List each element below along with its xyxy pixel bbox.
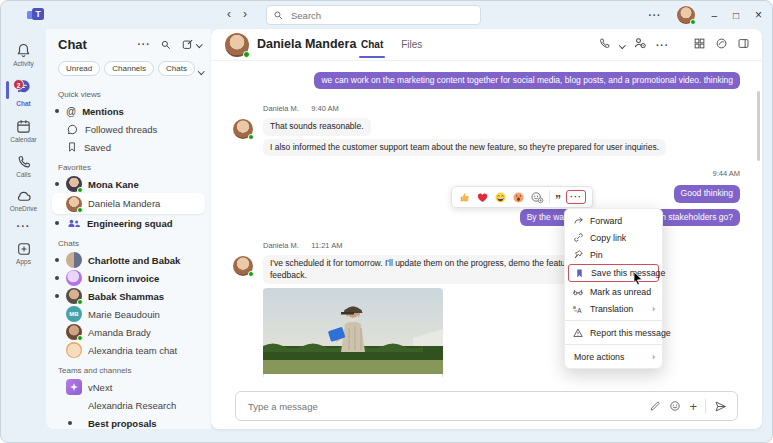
filters-collapse-icon[interactable] [199, 59, 204, 77]
avatar [66, 252, 82, 268]
group-icon [66, 216, 81, 231]
search-box[interactable] [266, 5, 481, 25]
maximize-button[interactable]: □ [733, 10, 739, 21]
sidebar-item-best-proposals[interactable]: Best proposals [46, 414, 211, 429]
message-list[interactable]: we can work on the marketing content tog… [211, 61, 762, 377]
title-bar: T ‹ › ··· – □ × [1, 1, 772, 29]
sidebar-item-mentions[interactable]: @ Mentions [46, 102, 211, 120]
tab-chat[interactable]: Chat [361, 39, 383, 50]
rail-item-apps[interactable]: Apps [1, 236, 46, 271]
sidebar-item-mona-kane[interactable]: Mona Kane [46, 175, 211, 193]
sidebar-item-daniela-mandera[interactable]: Daniela Mandera [52, 193, 205, 214]
menu-item-report-this-message[interactable]: Report this message [565, 324, 662, 341]
avatar[interactable] [225, 33, 249, 57]
tab-files[interactable]: Files [401, 39, 422, 50]
menu-item-pin[interactable]: Pin [565, 246, 662, 263]
forward-icon[interactable]: › [243, 6, 247, 22]
menu-item-forward[interactable]: Forward [565, 212, 662, 229]
outgoing-message[interactable]: Good thinking [674, 185, 740, 202]
sidebar-item-engineering-squad[interactable]: Engineering squad [46, 214, 211, 232]
copilot-icon[interactable] [715, 36, 728, 54]
rail-item-onedrive[interactable]: OneDrive [1, 184, 46, 218]
teams-window: T ‹ › ··· – □ × [0, 0, 773, 443]
sidebar-item-followed-threads[interactable]: Followed threads [46, 120, 211, 138]
popout-icon[interactable] [693, 36, 706, 54]
scrollbar[interactable] [757, 91, 760, 161]
avatar: MB [66, 306, 82, 322]
minimize-button[interactable]: – [711, 10, 717, 21]
back-icon[interactable]: ‹ [227, 6, 231, 22]
farmer-with-tablet-image[interactable] [263, 288, 443, 374]
rail-item-activity[interactable]: Activity [1, 37, 46, 73]
call-icon[interactable] [598, 36, 611, 54]
surprised-emoji[interactable] [512, 191, 525, 204]
glasses-icon [572, 286, 584, 298]
menu-item-save-this-message[interactable]: Save this message [568, 264, 659, 282]
chat-sidebar: Chat ··· Unread Channels Chats Quick vie… [46, 29, 211, 429]
warning-icon [572, 327, 584, 339]
more-reactions-icon[interactable] [530, 190, 544, 204]
attach-plus-icon[interactable]: + [689, 399, 697, 414]
menu-item-copy-link[interactable]: Copy link [565, 229, 662, 246]
call-options-chevron-icon[interactable] [619, 42, 625, 48]
open-pane-icon[interactable] [737, 36, 750, 54]
laugh-emoji[interactable] [494, 191, 507, 204]
message-meta: Daniela M. 9:40 AM [233, 97, 740, 115]
reaction-bar: ” ··· [451, 186, 593, 208]
rail-item-calls[interactable]: Calls [1, 149, 46, 184]
sidebar-item-vnext[interactable]: vNext [46, 378, 211, 396]
menu-item-mark-as-unread[interactable]: Mark as unread [565, 283, 662, 300]
add-people-icon[interactable] [633, 36, 647, 54]
timestamp: 9:44 AM [712, 169, 740, 178]
incoming-message[interactable]: That sounds reasonable. [263, 118, 371, 135]
titlebar-more-icon[interactable]: ··· [648, 10, 661, 21]
outgoing-message[interactable]: we can work on the marketing content tog… [314, 72, 740, 89]
sidebar-item-babak-shammas[interactable]: Babak Shammas [46, 287, 211, 305]
sidebar-item-amanda-brady[interactable]: Amanda Brady [46, 323, 211, 341]
rail-item-calendar[interactable]: Calendar [1, 113, 46, 149]
rail-item-chat[interactable]: 2 Chat [1, 73, 46, 113]
sidebar-item-alexandria-team-chat[interactable]: Alexandria team chat [46, 341, 211, 359]
emoji-icon[interactable] [669, 400, 681, 412]
chat-header: Daniela Mandera Chat Files ··· [211, 29, 762, 61]
filter-chats[interactable]: Chats [158, 61, 195, 76]
sidebar-search-icon[interactable] [160, 39, 172, 51]
compose-bar[interactable]: + [235, 391, 738, 421]
filter-unread[interactable]: Unread [58, 61, 100, 76]
send-icon[interactable] [714, 400, 727, 413]
mention-icon: @ [66, 106, 76, 117]
close-button[interactable]: × [755, 8, 762, 22]
sidebar-item-saved[interactable]: Saved [46, 138, 211, 156]
sidebar-item-charlotte-and-babak[interactable]: Charlotte and Babak [46, 251, 211, 269]
message-input[interactable] [246, 400, 641, 413]
avatar [66, 270, 82, 286]
sidebar-item-unicorn-invoice[interactable]: Unicorn invoice [46, 269, 211, 287]
sidebar-item-marie-beaudouin[interactable]: MB Marie Beaudouin [46, 305, 211, 323]
chat-filters: Unread Channels Chats [46, 56, 211, 83]
cloud-icon [15, 189, 33, 204]
sidebar-more-icon[interactable]: ··· [138, 39, 151, 50]
avatar [66, 196, 82, 212]
new-chat-icon[interactable] [181, 38, 202, 51]
sidebar-title: Chat [58, 37, 129, 52]
presence-badge [690, 19, 696, 25]
menu-item-more-actions[interactable]: More actions › [565, 348, 662, 365]
mouse-cursor [633, 272, 644, 287]
filter-channels[interactable]: Channels [104, 61, 154, 76]
format-icon[interactable] [649, 400, 661, 412]
rail-more-icon[interactable]: ··· [17, 218, 31, 236]
submenu-chevron-icon: › [652, 304, 655, 314]
message-attachment[interactable]: P Farmer with tablet.pptx Personal>willi… [263, 288, 443, 377]
avatar[interactable] [677, 6, 695, 24]
sidebar-item-alexandria-research[interactable]: Alexandria Research [46, 396, 211, 414]
incoming-message[interactable]: I also informed the customer support tea… [263, 139, 666, 156]
message-more-options-icon[interactable]: ··· [566, 190, 586, 204]
search-input[interactable] [289, 9, 474, 22]
file-card[interactable]: P Farmer with tablet.pptx Personal>willi… [263, 374, 443, 377]
thumbs-up-emoji[interactable] [458, 191, 471, 204]
avatar [66, 288, 82, 304]
quote-reply-icon[interactable]: ” [555, 189, 561, 205]
menu-item-translation[interactable]: aA Translation › [565, 300, 662, 317]
heart-emoji[interactable] [476, 191, 489, 204]
chat-header-more-icon[interactable]: ··· [656, 40, 669, 51]
